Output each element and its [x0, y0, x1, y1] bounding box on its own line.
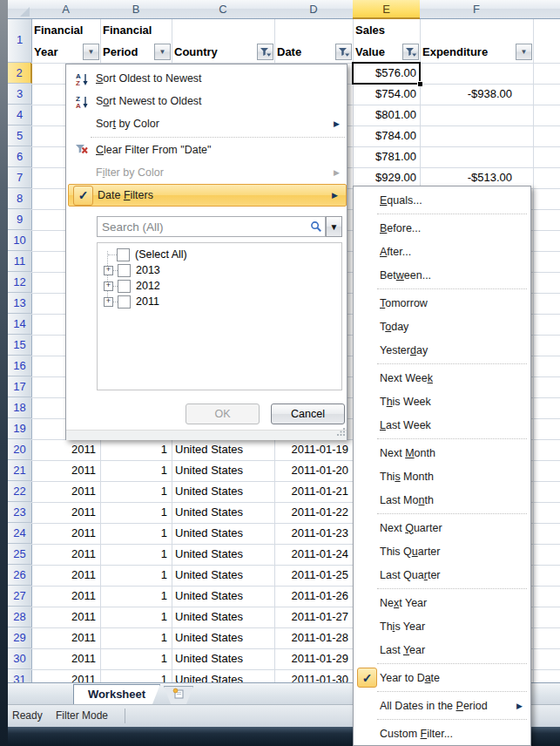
- tree-item-select-all[interactable]: (Select All): [98, 247, 340, 262]
- cell-A28[interactable]: 2011: [33, 607, 96, 627]
- cell-C21[interactable]: United States: [175, 460, 271, 481]
- tree-expand-icon[interactable]: +: [104, 297, 113, 307]
- menu-item-sort-newest-to-oldest[interactable]: ZASort Newest to Oldest: [67, 90, 347, 112]
- row-header-17[interactable]: 17: [8, 376, 32, 397]
- submenu-item-this-year[interactable]: This Year: [354, 614, 530, 638]
- menu-item-date-filters[interactable]: ✓Date Filters▶: [68, 184, 347, 207]
- column-header-B[interactable]: B: [100, 0, 172, 19]
- column-header-A[interactable]: A: [31, 0, 101, 19]
- cell-D25[interactable]: 2011-01-24: [276, 544, 348, 565]
- row-header-14[interactable]: 14: [8, 314, 32, 335]
- cell-A23[interactable]: 2011: [33, 502, 96, 523]
- submenu-item-last-quarter[interactable]: Last Quarter: [354, 563, 530, 587]
- tree-expand-icon[interactable]: +: [104, 266, 113, 275]
- row-header-6[interactable]: 6: [8, 146, 32, 167]
- row-header-1[interactable]: 1: [8, 19, 32, 63]
- submenu-item-yesterday[interactable]: Yesterday: [354, 338, 530, 362]
- submenu-item-last-month[interactable]: Last Month: [354, 488, 530, 512]
- menu-item-clear-filter-from-date[interactable]: Clear Filter From "Date": [67, 139, 347, 161]
- select-all-corner[interactable]: [8, 0, 32, 19]
- cell-A31[interactable]: 2011: [33, 669, 96, 682]
- row-header-30[interactable]: 30: [8, 648, 32, 669]
- menu-resize-strip[interactable]: [66, 430, 347, 440]
- row-header-21[interactable]: 21: [8, 460, 32, 481]
- column-header-C[interactable]: C: [172, 0, 275, 19]
- checkbox-2013[interactable]: [118, 264, 131, 277]
- cell-D22[interactable]: 2011-01-21: [276, 481, 348, 502]
- submenu-item-last-year[interactable]: Last Year: [354, 638, 530, 661]
- submenu-item-custom-filter[interactable]: Custom Filter...: [354, 722, 530, 745]
- submenu-item-this-quarter[interactable]: This Quarter: [354, 539, 530, 563]
- row-header-19[interactable]: 19: [8, 418, 32, 439]
- cell-E5[interactable]: $784.00: [354, 125, 416, 146]
- row-header-8[interactable]: 8: [8, 188, 32, 209]
- submenu-item-last-week[interactable]: Last Week: [354, 413, 530, 437]
- cell-C23[interactable]: United States: [175, 502, 271, 523]
- cell-D28[interactable]: 2011-01-27: [276, 607, 348, 627]
- cell-B28[interactable]: 1: [102, 607, 167, 627]
- checkbox-2011[interactable]: [118, 295, 131, 309]
- row-header-5[interactable]: 5: [8, 125, 32, 146]
- row-header-16[interactable]: 16: [8, 356, 32, 376]
- submenu-item-year-to-date[interactable]: ✓Year to Date: [354, 666, 530, 689]
- cell-D21[interactable]: 2011-01-20: [276, 460, 348, 481]
- cell-A20[interactable]: 2011: [33, 439, 96, 460]
- cell-A25[interactable]: 2011: [33, 544, 96, 565]
- cell-B25[interactable]: 1: [102, 544, 167, 565]
- cell-D31[interactable]: 2011-01-30: [276, 669, 348, 682]
- cell-C26[interactable]: United States: [175, 565, 271, 586]
- submenu-item-before[interactable]: Before...: [354, 216, 530, 240]
- cell-D23[interactable]: 2011-01-22: [276, 502, 348, 523]
- row-header-28[interactable]: 28: [8, 607, 32, 627]
- filter-button-year[interactable]: ▼: [83, 44, 99, 60]
- cell-B20[interactable]: 1: [102, 439, 167, 460]
- cell-D20[interactable]: 2011-01-19: [276, 439, 348, 460]
- active-cell-E2[interactable]: [352, 62, 421, 85]
- filter-button-date[interactable]: [335, 44, 352, 60]
- cell-F3[interactable]: -$938.00: [422, 84, 512, 105]
- cell-B31[interactable]: 1: [102, 669, 167, 682]
- cell-C29[interactable]: United States: [175, 627, 271, 648]
- row-header-13[interactable]: 13: [8, 293, 32, 314]
- ok-button[interactable]: OK: [186, 404, 260, 424]
- cell-C20[interactable]: United States: [175, 439, 271, 460]
- column-header-g-partial[interactable]: [533, 0, 560, 19]
- row-header-24[interactable]: 24: [8, 523, 32, 544]
- cell-D27[interactable]: 2011-01-26: [276, 586, 348, 607]
- row-header-2[interactable]: 2: [8, 63, 32, 84]
- cell-C28[interactable]: United States: [175, 607, 271, 627]
- search-input[interactable]: [98, 220, 310, 234]
- search-dropdown-button[interactable]: ▼: [326, 216, 342, 237]
- submenu-item-this-week[interactable]: This Week: [354, 390, 530, 413]
- row-header-22[interactable]: 22: [8, 481, 32, 502]
- cell-A29[interactable]: 2011: [33, 627, 96, 648]
- menu-item-filter-by-color[interactable]: Filter by Color▶: [67, 161, 347, 184]
- cell-E6[interactable]: $781.00: [354, 146, 416, 167]
- submenu-item-next-year[interactable]: Next Year: [354, 591, 530, 614]
- cell-B24[interactable]: 1: [102, 523, 167, 544]
- cell-D30[interactable]: 2011-01-29: [276, 648, 348, 669]
- cell-A21[interactable]: 2011: [33, 460, 96, 481]
- submenu-item-after[interactable]: After...: [354, 240, 530, 263]
- cell-A27[interactable]: 2011: [33, 586, 96, 607]
- tab-worksheet[interactable]: Worksheet: [73, 684, 160, 704]
- row-header-15[interactable]: 15: [8, 335, 32, 356]
- row-header-7[interactable]: 7: [8, 167, 32, 188]
- cell-B23[interactable]: 1: [102, 502, 167, 523]
- cell-B30[interactable]: 1: [102, 648, 167, 669]
- tree-item-2012[interactable]: +2012: [98, 278, 340, 294]
- cell-D24[interactable]: 2011-01-23: [276, 523, 348, 544]
- menu-item-sort-oldest-to-newest[interactable]: AZSort Oldest to Newest: [67, 67, 347, 90]
- checkbox-select-all[interactable]: [117, 248, 130, 261]
- cell-E4[interactable]: $801.00: [354, 105, 416, 125]
- cancel-button[interactable]: Cancel: [271, 404, 345, 424]
- column-header-F[interactable]: F: [420, 0, 534, 19]
- row-header-9[interactable]: 9: [8, 209, 32, 230]
- cell-B22[interactable]: 1: [102, 481, 167, 502]
- row-header-29[interactable]: 29: [8, 627, 32, 648]
- row-header-20[interactable]: 20: [8, 439, 32, 460]
- row-header-12[interactable]: 12: [8, 272, 32, 293]
- tree-item-2011[interactable]: +2011: [98, 294, 340, 309]
- submenu-item-this-month[interactable]: This Month: [354, 465, 530, 488]
- cell-C31[interactable]: United States: [175, 669, 271, 682]
